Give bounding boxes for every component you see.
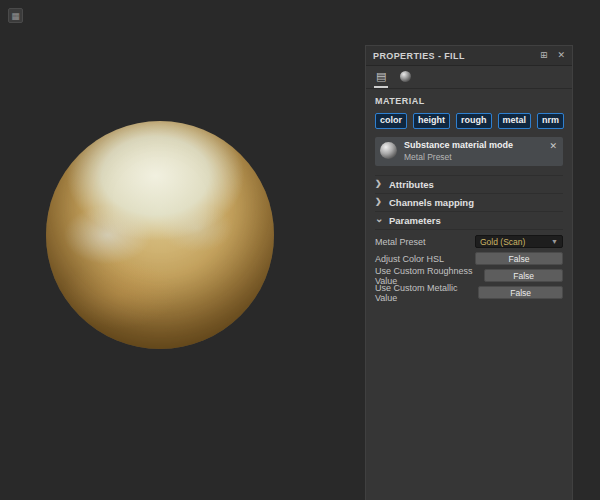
param-row-custom-metallic: Use Custom Metallic Value False	[375, 285, 563, 301]
panel-header-actions: ⊞ ✕	[540, 51, 565, 60]
param-row-metal-preset: Metal Preset Gold (Scan) ▼	[375, 234, 563, 250]
section-parameters[interactable]: ⌄ Parameters	[375, 211, 563, 229]
channel-height-button[interactable]: height	[413, 113, 450, 129]
chevron-right-icon: ❯	[375, 198, 383, 206]
section-attributes[interactable]: ❯ Attributes	[375, 175, 563, 193]
form-icon: ▤	[376, 71, 386, 82]
properties-panel: PROPERTIES - FILL ⊞ ✕ ▤ MATERIAL color h…	[365, 45, 573, 500]
close-icon[interactable]: ✕	[557, 51, 565, 60]
use-custom-roughness-toggle[interactable]: False	[484, 269, 563, 282]
app-window: ▦ PROPERTIES - FILL ⊞ ✕ ▤ MATERIAL color…	[0, 0, 600, 500]
section-attributes-label: Attributes	[389, 179, 434, 190]
dropdown-selected-value: Gold (Scan)	[480, 238, 525, 247]
dropdown-arrow-icon: ▼	[551, 238, 558, 245]
sphere-icon	[400, 71, 411, 82]
section-channels-mapping[interactable]: ❯ Channels mapping	[375, 193, 563, 211]
tab-material[interactable]	[398, 66, 413, 88]
chevron-right-icon: ❯	[375, 180, 383, 188]
grid-icon: ▦	[11, 11, 20, 21]
viewport-widget-icon[interactable]: ▦	[8, 8, 23, 23]
param-label: Metal Preset	[375, 237, 426, 247]
channel-color-button[interactable]: color	[375, 113, 407, 129]
material-preview-sphere[interactable]	[46, 121, 274, 349]
section-channels-mapping-label: Channels mapping	[389, 197, 474, 208]
channel-nrm-button[interactable]: nrm	[537, 113, 564, 129]
material-thumbnail	[380, 142, 397, 159]
panel-title: PROPERTIES - FILL	[373, 51, 465, 61]
param-row-adjust-color-hsl: Adjust Color HSL False	[375, 251, 563, 267]
dock-icon[interactable]: ⊞	[540, 51, 548, 60]
remove-material-icon[interactable]: ✕	[549, 142, 557, 151]
param-label: Adjust Color HSL	[375, 254, 444, 264]
parameters-list: Metal Preset Gold (Scan) ▼ Adjust Color …	[375, 229, 563, 302]
channel-metal-button[interactable]: metal	[498, 113, 532, 129]
use-custom-metallic-toggle[interactable]: False	[478, 286, 563, 299]
adjust-color-hsl-toggle[interactable]: False	[475, 252, 563, 265]
param-row-custom-roughness: Use Custom Roughness Value False	[375, 268, 563, 284]
chevron-down-icon: ⌄	[375, 214, 383, 224]
substance-material-mode-card[interactable]: Substance material mode Metal Preset ✕	[375, 137, 563, 166]
section-parameters-label: Parameters	[389, 215, 441, 226]
panel-header: PROPERTIES - FILL ⊞ ✕	[366, 46, 572, 66]
material-mode-subtitle: Metal Preset	[404, 152, 549, 162]
channel-rough-button[interactable]: rough	[456, 113, 492, 129]
panel-body: MATERIAL color height rough metal nrm Su…	[366, 89, 572, 302]
material-mode-text: Substance material mode Metal Preset	[404, 140, 549, 162]
param-label: Use Custom Metallic Value	[375, 283, 478, 303]
material-section-label: MATERIAL	[375, 96, 563, 106]
panel-toolbar: ▤	[366, 66, 572, 89]
material-mode-title: Substance material mode	[404, 140, 549, 150]
channel-buttons: color height rough metal nrm	[375, 113, 563, 129]
metal-preset-dropdown[interactable]: Gold (Scan) ▼	[475, 235, 563, 248]
tab-properties[interactable]: ▤	[374, 66, 388, 88]
